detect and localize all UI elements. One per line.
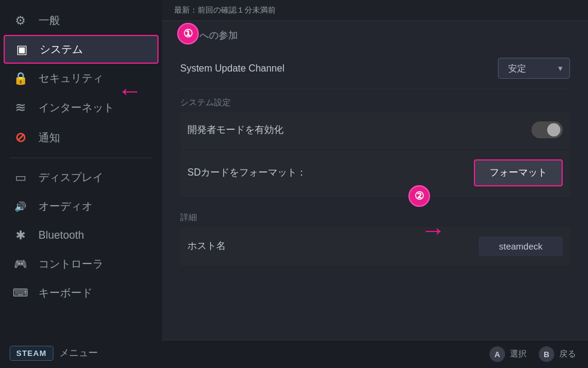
annotation-2: ② (408, 185, 430, 207)
sidebar-item-label: ディスプレイ (38, 170, 103, 185)
sidebar: ⚙ 一般 ▣ システム 🔒 セキュリティ ≋ インターネット ⊘ 通知 ▭ ディ… (0, 0, 162, 368)
sidebar-item-label: 通知 (38, 130, 60, 145)
select-hint: A 選択 (489, 346, 527, 362)
back-hint: B 戻る (539, 346, 576, 362)
sidebar-item-label: システム (40, 42, 83, 57)
update-channel-row: System Update Channel 安定 (180, 48, 570, 89)
sidebar-item-display[interactable]: ▭ ディスプレイ (0, 163, 162, 192)
back-label: 戻る (559, 349, 576, 360)
info-icon: ⊘ (12, 130, 29, 146)
update-channel-label: System Update Channel (180, 63, 284, 74)
gear-icon: ⚙ (12, 13, 29, 28)
sidebar-item-label: コントローラ (38, 257, 103, 271)
main-content: 最新：前回の確認１分未満前 ータへの参加 System Update Chann… (162, 0, 588, 368)
sidebar-item-label: セキュリティ (38, 71, 103, 85)
sidebar-item-label: 一般 (38, 13, 60, 28)
arrow-annotation-sidebar: ← (117, 78, 142, 103)
steam-menu-label: メニュー (59, 347, 98, 360)
developer-mode-toggle[interactable] (532, 121, 563, 138)
sidebar-item-notifications[interactable]: ⊘ 通知 (0, 123, 162, 153)
developer-mode-row: 開発者モードを有効化 (180, 112, 570, 149)
bottom-bar: A 選択 B 戻る (162, 340, 588, 368)
arrow-annotation-format: → (420, 218, 446, 243)
sidebar-item-label: Bluetooth (38, 229, 84, 242)
sd-format-row: SDカードをフォーマット： フォーマット (180, 150, 570, 197)
developer-mode-label: 開発者モードを有効化 (187, 124, 283, 136)
sidebar-item-controller[interactable]: 🎮 コントローラ (0, 250, 162, 278)
lock-icon: 🔒 (12, 71, 29, 85)
sidebar-item-system[interactable]: ▣ システム (4, 35, 159, 64)
system-icon: ▣ (13, 42, 30, 57)
developer-mode-toggle-container (532, 121, 563, 138)
select-label: 選択 (510, 349, 527, 360)
details-section-title: 詳細 (180, 204, 570, 227)
update-channel-dropdown-wrapper: 安定 (498, 58, 570, 79)
system-settings-label: システム設定 (180, 97, 231, 107)
b-button: B (539, 346, 554, 362)
status-text: 最新：前回の確認１分未満前 (174, 5, 276, 16)
sidebar-item-general[interactable]: ⚙ 一般 (0, 6, 162, 35)
annotation-1: ① (177, 23, 199, 44)
format-button[interactable]: フォーマット (474, 159, 563, 186)
details-label: 詳細 (180, 212, 197, 222)
a-button: A (489, 346, 505, 362)
update-channel-value-container: 安定 (498, 58, 570, 79)
update-channel-dropdown[interactable]: 安定 (498, 58, 570, 79)
audio-icon: 🔊 (12, 201, 29, 212)
steam-badge: STEAM (10, 346, 53, 361)
keyboard-icon: ⌨ (12, 286, 29, 299)
controller-icon: 🎮 (12, 257, 29, 271)
sidebar-item-label: インターネット (38, 100, 114, 115)
wifi-icon: ≋ (12, 100, 29, 115)
beta-section-label: ータへの参加 (180, 21, 570, 48)
display-icon: ▭ (12, 170, 29, 185)
hostname-label: ホスト名 (187, 240, 226, 253)
sidebar-item-label: オーディオ (38, 199, 92, 213)
hostname-value-container: steamdeck (479, 236, 563, 256)
hostname-value: steamdeck (479, 236, 563, 256)
sd-format-button-container: フォーマット (474, 159, 563, 186)
sidebar-item-label: キーボード (38, 286, 92, 300)
system-settings-section-title: システム設定 (180, 89, 570, 112)
sidebar-item-keyboard[interactable]: ⌨ キーボード (0, 278, 162, 307)
app-layout: ⚙ 一般 ▣ システム 🔒 セキュリティ ≋ インターネット ⊘ 通知 ▭ ディ… (0, 0, 588, 368)
top-bar: 最新：前回の確認１分未満前 (162, 0, 588, 21)
sidebar-bottom: STEAM メニュー (0, 339, 162, 368)
content-area: ータへの参加 System Update Channel 安定 システム設定 (162, 21, 588, 340)
sd-format-label: SDカードをフォーマット： (187, 167, 306, 179)
toggle-knob (547, 123, 560, 136)
hostname-row: ホスト名 steamdeck (180, 227, 570, 266)
sidebar-item-bluetooth[interactable]: ✱ Bluetooth (0, 221, 162, 250)
sidebar-item-audio[interactable]: 🔊 オーディオ (0, 192, 162, 221)
sidebar-divider (10, 158, 153, 158)
bluetooth-icon: ✱ (12, 228, 29, 242)
